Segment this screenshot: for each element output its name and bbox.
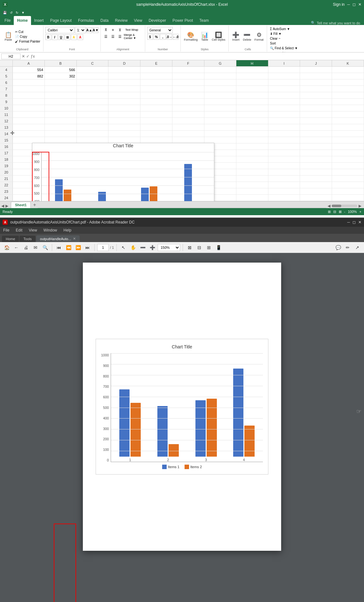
- grid-cell[interactable]: [172, 118, 204, 124]
- tab-formulas[interactable]: Formulas: [75, 16, 97, 25]
- cell-e4[interactable]: [140, 67, 172, 73]
- col-header-d[interactable]: D: [108, 60, 140, 66]
- cell-b4[interactable]: 566: [45, 67, 77, 73]
- grid-cell[interactable]: [140, 124, 172, 130]
- grid-cell[interactable]: [140, 137, 172, 143]
- cell-i4[interactable]: [268, 67, 300, 73]
- grid-cell[interactable]: [300, 150, 332, 156]
- page-layout-view-btn[interactable]: ⊟: [333, 210, 336, 214]
- add-sheet-btn[interactable]: +: [31, 202, 38, 208]
- cell-d5[interactable]: [108, 73, 140, 79]
- grid-cell[interactable]: [172, 111, 204, 118]
- grid-cell[interactable]: [236, 79, 268, 85]
- grid-cell[interactable]: [268, 99, 300, 105]
- cell-styles-btn[interactable]: 🔲 Cell Styles: [210, 31, 227, 42]
- acrobat-tab-close-btn[interactable]: ✕: [73, 237, 76, 241]
- cell-g5[interactable]: [204, 73, 236, 79]
- grid-cell[interactable]: [13, 137, 45, 143]
- formula-function-icon[interactable]: ƒx: [31, 54, 35, 59]
- page-number-input[interactable]: [97, 244, 109, 251]
- grid-cell[interactable]: [108, 137, 140, 143]
- grid-cell[interactable]: [236, 188, 268, 194]
- fill-btn[interactable]: ⬇ Fill ▼: [269, 32, 299, 36]
- insert-btn[interactable]: ➕ Insert: [231, 31, 241, 42]
- find-select-btn[interactable]: 🔍 Find & Select ▼: [269, 46, 299, 50]
- tab-file[interactable]: File: [1, 16, 14, 25]
- grid-cell[interactable]: [204, 99, 236, 105]
- grid-cell[interactable]: [236, 175, 268, 182]
- grid-cell[interactable]: [332, 111, 364, 118]
- currency-btn[interactable]: $: [147, 34, 153, 40]
- grid-cell[interactable]: [332, 79, 364, 85]
- grid-cell[interactable]: [332, 143, 364, 150]
- grid-cell[interactable]: [204, 131, 236, 137]
- cell-i5[interactable]: [268, 73, 300, 79]
- copy-btn[interactable]: 📄 Copy: [14, 35, 41, 39]
- col-header-f[interactable]: F: [172, 60, 204, 66]
- cell-e5[interactable]: [140, 73, 172, 79]
- increase-decimal-btn[interactable]: .0→: [166, 34, 172, 40]
- win-minimize[interactable]: ─: [347, 220, 350, 224]
- grid-cell[interactable]: [236, 111, 268, 118]
- grid-cell[interactable]: [204, 79, 236, 85]
- paste-btn[interactable]: 📋 Paste: [3, 31, 13, 42]
- align-top-right-btn[interactable]: ⊻: [117, 27, 123, 33]
- cell-h4[interactable]: [236, 67, 268, 73]
- grid-cell[interactable]: [204, 137, 236, 143]
- grid-cell[interactable]: [300, 118, 332, 124]
- col-header-h[interactable]: H: [236, 60, 268, 66]
- tab-insert[interactable]: Insert: [31, 16, 47, 25]
- grid-cell[interactable]: [332, 92, 364, 98]
- normal-view-btn[interactable]: ⊞: [328, 210, 331, 214]
- col-header-b[interactable]: B: [45, 60, 77, 66]
- underline-btn[interactable]: U: [58, 34, 64, 40]
- grid-cell[interactable]: [332, 150, 364, 156]
- toolbar-zoom-in-btn[interactable]: ➕: [148, 243, 156, 252]
- grid-cell[interactable]: [45, 79, 77, 85]
- grid-cell[interactable]: [204, 111, 236, 118]
- tab-developer[interactable]: Developer: [146, 16, 170, 25]
- grid-cell[interactable]: [172, 137, 204, 143]
- formula-input[interactable]: [36, 54, 363, 59]
- acrobat-tab-home[interactable]: Home: [2, 236, 19, 242]
- grid-cell[interactable]: [268, 143, 300, 150]
- scroll-left-btn[interactable]: ◀: [328, 204, 330, 208]
- toolbar-fit-width-btn[interactable]: ⊟: [195, 243, 203, 252]
- grid-cell[interactable]: [45, 131, 77, 137]
- toolbar-touchscreen-btn[interactable]: 📱: [214, 243, 223, 252]
- grid-cell[interactable]: [268, 175, 300, 182]
- grid-cell[interactable]: [300, 92, 332, 98]
- toolbar-email-btn[interactable]: ✉: [31, 243, 40, 252]
- toolbar-fit-page-btn[interactable]: ⊠: [186, 243, 194, 252]
- decrease-decimal-btn[interactable]: ←.0: [173, 34, 178, 40]
- grid-cell[interactable]: [13, 105, 45, 111]
- grid-cell[interactable]: [268, 169, 300, 175]
- grid-cell[interactable]: [140, 79, 172, 85]
- grid-cell[interactable]: [236, 150, 268, 156]
- grid-cell[interactable]: [77, 118, 109, 124]
- grid-cell[interactable]: [300, 79, 332, 85]
- grid-cell[interactable]: [77, 99, 109, 105]
- win-close[interactable]: ✕: [358, 220, 361, 224]
- restore-btn[interactable]: ◻: [352, 2, 356, 7]
- undo-quick-btn[interactable]: ↺: [9, 11, 13, 15]
- align-top-left-btn[interactable]: ⊼: [103, 27, 109, 33]
- delete-btn[interactable]: ➖ Delete: [241, 31, 252, 42]
- grid-cell[interactable]: [236, 131, 268, 137]
- tab-review[interactable]: Review: [112, 16, 131, 25]
- grid-cell[interactable]: [108, 118, 140, 124]
- grid-cell[interactable]: [77, 131, 109, 137]
- grid-cell[interactable]: [300, 175, 332, 182]
- grid-cell[interactable]: [204, 92, 236, 98]
- acrobat-tab-tools[interactable]: Tools: [20, 236, 36, 242]
- grid-cell[interactable]: [268, 86, 300, 92]
- cell-a4[interactable]: 554: [13, 67, 45, 73]
- grid-cell[interactable]: [77, 86, 109, 92]
- sort-filter-btn[interactable]: Sort: [269, 41, 299, 45]
- grid-cell[interactable]: [332, 195, 364, 201]
- conditional-formatting-btn[interactable]: 🎨 Formatting: [183, 31, 199, 42]
- grid-cell[interactable]: [268, 111, 300, 118]
- grid-cell[interactable]: [300, 188, 332, 194]
- align-top-center-btn[interactable]: ≡: [110, 27, 116, 33]
- grid-cell[interactable]: [172, 92, 204, 98]
